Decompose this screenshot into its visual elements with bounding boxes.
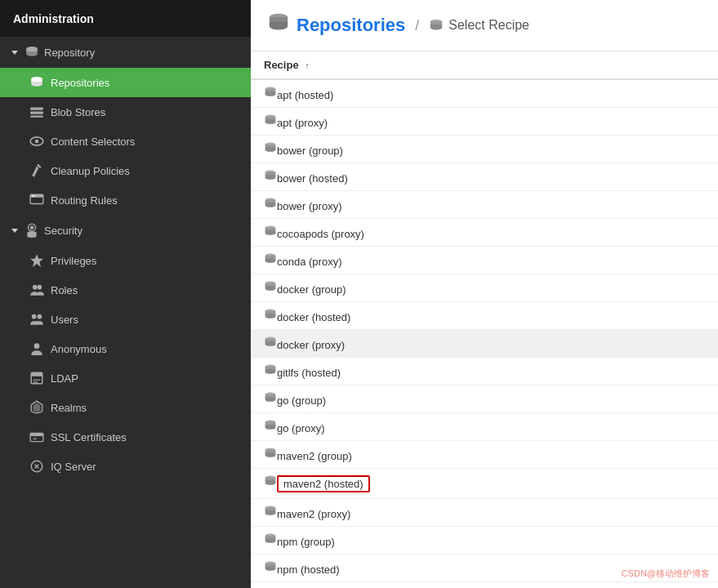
table-row[interactable]: apt (proxy) (251, 108, 718, 136)
table-row[interactable]: cocoapods (proxy) (251, 219, 718, 247)
sidebar-item-roles[interactable]: Roles (0, 275, 251, 305)
table-row[interactable]: npm (proxy) (251, 582, 718, 589)
sidebar-item-iq-server[interactable]: IQ Server (0, 452, 251, 481)
row-db-icon (264, 172, 277, 185)
svg-point-17 (32, 314, 37, 319)
table-row[interactable]: npm (group) (251, 527, 718, 555)
svg-rect-4 (30, 116, 43, 118)
sidebar-item-anonymous[interactable]: Anonymous (0, 334, 251, 363)
row-db-icon (264, 145, 277, 157)
row-db-icon (264, 89, 277, 101)
svg-rect-3 (30, 111, 43, 114)
recipe-cell: conda (proxy) (251, 247, 718, 274)
svg-point-19 (34, 343, 40, 349)
sidebar-item-repositories[interactable]: Repositories (0, 68, 251, 97)
row-db-icon (264, 117, 277, 129)
blob-stores-icon (29, 105, 44, 119)
subtitle-text: Select Recipe (448, 18, 529, 33)
table-row[interactable]: conda (proxy) (251, 247, 718, 274)
sidebar-item-routing-rules[interactable]: Routing Rules (0, 185, 251, 215)
recipe-text: docker (group) (277, 283, 346, 296)
recipe-text: conda (proxy) (277, 256, 341, 268)
svg-point-11 (33, 195, 35, 197)
recipe-cell: apt (proxy) (251, 108, 718, 136)
table-row[interactable]: maven2 (proxy) (251, 499, 718, 527)
recipe-text: go (proxy) (277, 422, 325, 434)
content-selectors-label: Content Selectors (51, 136, 135, 148)
recipe-text: go (group) (277, 394, 326, 407)
svg-rect-25 (30, 434, 43, 436)
recipe-column-header[interactable]: Recipe ↑ (251, 51, 718, 79)
recipe-text: docker (hosted) (277, 311, 350, 323)
svg-point-6 (35, 140, 39, 144)
table-row[interactable]: bower (hosted) (251, 163, 718, 191)
table-row[interactable]: npm (hosted) (251, 555, 718, 582)
row-db-icon (264, 283, 277, 296)
table-row[interactable]: go (group) (251, 385, 718, 413)
table-row[interactable]: maven2 (group) (251, 441, 718, 469)
sidebar-item-cleanup-policies[interactable]: Cleanup Policies (0, 156, 251, 185)
main-header-db-icon (267, 11, 290, 39)
recipe-cell: bower (group) (251, 136, 718, 163)
iq-server-label: IQ Server (51, 461, 96, 473)
table-row[interactable]: gitlfs (hosted) (251, 358, 718, 385)
table-row[interactable]: maven2 (hosted) (251, 469, 718, 499)
table-row[interactable]: go (proxy) (251, 413, 718, 441)
row-db-icon (264, 536, 277, 548)
table-row[interactable]: bower (proxy) (251, 191, 718, 219)
svg-point-10 (32, 195, 33, 197)
main-subtitle: Select Recipe (429, 18, 529, 33)
anonymous-label: Anonymous (51, 343, 107, 355)
sidebar-header: Administration (0, 0, 251, 37)
main-title: Repositories (297, 15, 405, 36)
sidebar-item-content-selectors[interactable]: Content Selectors (0, 127, 251, 156)
row-db-icon (264, 256, 277, 268)
main-content: Repositories / Select Recipe Recipe ↑ (251, 0, 718, 588)
row-db-icon (264, 422, 277, 434)
recipe-text: npm (group) (277, 536, 335, 548)
recipe-text: apt (hosted) (277, 89, 333, 101)
triangle-icon (11, 51, 18, 55)
svg-point-16 (38, 285, 42, 290)
row-db-icon (264, 478, 277, 490)
row-db-icon (264, 200, 277, 212)
sidebar-section-repository-header[interactable]: Repository (0, 37, 251, 68)
table-row[interactable]: docker (group) (251, 274, 718, 302)
realms-label: Realms (51, 402, 87, 414)
blob-stores-label: Blob Stores (51, 106, 105, 118)
row-db-icon (264, 339, 277, 351)
recipe-cell: bower (hosted) (251, 163, 718, 191)
main-header: Repositories / Select Recipe (251, 0, 718, 51)
users-icon (29, 312, 44, 327)
table-row[interactable]: apt (hosted) (251, 79, 718, 108)
sidebar-item-ssl-certificates[interactable]: SSL Certificates (0, 422, 251, 452)
sidebar-item-privileges[interactable]: Privileges (0, 246, 251, 275)
sidebar-section-security-header[interactable]: Security (0, 215, 251, 246)
row-db-icon (264, 450, 277, 462)
sort-icon: ↑ (305, 60, 310, 70)
recipe-text: docker (proxy) (277, 339, 345, 351)
recipe-cell: go (proxy) (251, 413, 718, 441)
sidebar-item-blob-stores[interactable]: Blob Stores (0, 97, 251, 127)
sidebar-item-ldap[interactable]: LDAP (0, 363, 251, 393)
table-row[interactable]: docker (proxy) (251, 330, 718, 358)
anonymous-icon (29, 341, 44, 356)
recipe-text: bower (hosted) (277, 172, 348, 185)
repository-section-label: Repository (44, 47, 95, 59)
table-row[interactable]: docker (hosted) (251, 302, 718, 330)
sidebar-section-security: Security Privileges Roles (0, 215, 251, 481)
ldap-icon (29, 371, 44, 385)
recipe-text: maven2 (proxy) (277, 508, 350, 520)
routing-rules-label: Routing Rules (51, 194, 118, 207)
iq-server-icon (29, 459, 44, 474)
sidebar-item-users[interactable]: Users (0, 305, 251, 334)
sidebar-section-repository: Repository Repositories Bl (0, 37, 251, 215)
row-db-icon (264, 311, 277, 323)
maven2-hosted-box: maven2 (hosted) (277, 475, 370, 492)
sidebar-item-realms[interactable]: Realms (0, 393, 251, 422)
privileges-icon (29, 253, 44, 268)
recipe-text: maven2 (group) (277, 450, 352, 462)
repositories-label: Repositories (51, 77, 109, 89)
table-row[interactable]: bower (group) (251, 136, 718, 163)
users-label: Users (51, 314, 78, 326)
